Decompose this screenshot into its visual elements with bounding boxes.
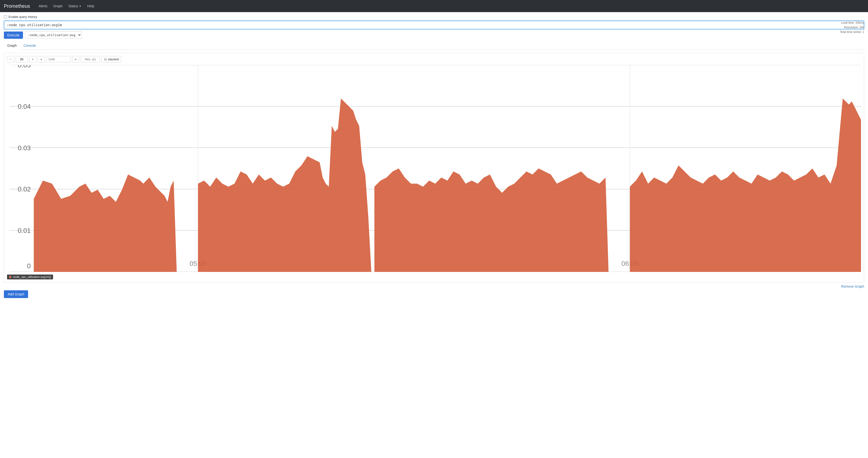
chart-legend: :node_cpu_utilisation:avg1m{} [7,275,861,279]
range-minus-button[interactable]: − [7,56,14,62]
query-history-checkbox[interactable] [4,15,7,19]
remove-graph-row: Remove Graph [4,285,864,288]
navbar-brand[interactable]: Prometheus [4,3,30,9]
main-content: Enable query history Load time: 335ms Re… [0,12,868,301]
graph-panel: − + « » ☑ stacked [4,53,864,283]
time-forward-button[interactable]: » [72,56,79,62]
execute-button[interactable]: Execute [4,31,23,39]
svg-text:0.02: 0.02 [18,185,31,193]
chart-wrapper: 05:00 06:00 0.05 0.04 0.03 0.02 0.01 0 [9,65,861,273]
nav-alerts[interactable]: Alerts [36,0,51,12]
add-graph-button[interactable]: Add Graph [4,290,28,298]
svg-text:0.04: 0.04 [18,103,31,110]
until-input[interactable] [46,56,70,62]
legend-swatch [9,276,11,278]
range-plus-button[interactable]: + [29,56,37,62]
stacked-icon: ☑ [104,58,107,61]
svg-text:0.01: 0.01 [18,227,31,234]
tab-console[interactable]: Console [20,42,39,50]
nav-status[interactable]: Status ▼ [66,0,85,12]
query-history-label[interactable]: Enable query history [8,15,37,19]
svg-text:0: 0 [27,262,31,270]
load-time: Load time: 335ms [840,21,864,25]
nav-status-dropdown[interactable]: Status ▼ [66,0,85,12]
tabs: Graph Console [4,42,864,50]
svg-text:0.05: 0.05 [18,65,31,69]
tab-graph[interactable]: Graph [4,42,20,50]
query-row: Load time: 335ms Resolution: 28s Total t… [4,21,864,29]
navbar: Prometheus Alerts Graph Status ▼ Help [0,0,868,12]
svg-text:0.03: 0.03 [18,144,31,152]
stacked-button[interactable]: ☑ stacked [101,56,122,62]
chart-svg: 05:00 06:00 0.05 0.04 0.03 0.02 0.01 0 [9,65,861,272]
query-select[interactable]: :node_cpu_utilisation:avg [25,31,82,39]
legend-label: :node_cpu_utilisation:avg1m{} [12,275,51,279]
execute-row: Execute :node_cpu_utilisation:avg [4,31,864,39]
query-meta: Load time: 335ms Resolution: 28s Total t… [840,21,864,35]
nav-help[interactable]: Help [84,0,97,12]
remove-graph-link[interactable]: Remove Graph [841,285,864,288]
range-input[interactable] [16,56,28,62]
nav-graph[interactable]: Graph [51,0,66,12]
chevron-down-icon: ▼ [79,5,82,7]
resolution-input[interactable] [81,56,100,62]
legend-item[interactable]: :node_cpu_utilisation:avg1m{} [7,275,53,279]
graph-controls: − + « » ☑ stacked [7,56,861,62]
resolution: Resolution: 28s [840,25,864,30]
time-back-button[interactable]: « [38,56,45,62]
query-input[interactable] [4,21,864,29]
query-history-row: Enable query history [4,15,864,19]
total-time-series: Total time series: 1 [840,30,864,34]
